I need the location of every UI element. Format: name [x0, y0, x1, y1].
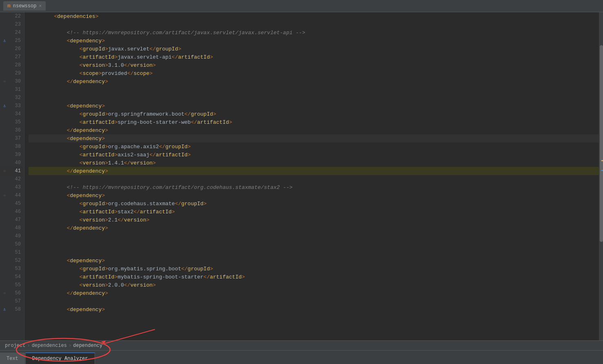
line-number-41: ○41	[0, 167, 24, 175]
line-number-56: ○56	[0, 289, 24, 297]
line-number-38: 38	[0, 143, 24, 151]
line-number-46: 46	[0, 208, 24, 216]
line-number-33: ⚓33	[0, 102, 24, 110]
breadcrumb-dependency[interactable]: dependency	[73, 343, 102, 349]
fold-icon[interactable]: ○	[2, 290, 7, 296]
line-number-25: ⚓25	[0, 37, 24, 45]
line-number-37: 37	[0, 134, 24, 143]
code-line-47: <version>2.1</version>	[29, 216, 599, 224]
line-number-57: 57	[0, 297, 24, 305]
code-line-48: </dependency>	[29, 224, 599, 232]
line-number-39: 39	[0, 151, 24, 159]
line-number-54: 54	[0, 273, 24, 281]
line-number-28: 28	[0, 61, 24, 69]
code-line-58: <dependency>	[29, 305, 599, 314]
scrollbar[interactable]	[599, 12, 603, 340]
code-editor[interactable]: <dependencies> <!-- https://mvnrepositor…	[24, 12, 599, 340]
line-number-27: 27	[0, 53, 24, 61]
line-number-35: 35	[0, 118, 24, 126]
code-line-55: <version>2.0.0</version>	[29, 281, 599, 289]
code-line-44: <dependency>	[29, 191, 599, 200]
fold-icon[interactable]: ○	[2, 193, 7, 198]
line-number-32: 32	[0, 94, 24, 102]
code-line-46: <artifactId>stax2</artifactId>	[29, 208, 599, 216]
title-bar: m nsewssop ×	[0, 0, 603, 12]
tab-dependency-analyzer[interactable]: Dependency Analyzer	[25, 353, 95, 364]
code-line-22: <dependencies>	[29, 12, 599, 20]
code-line-57	[29, 297, 599, 305]
line-number-40: 40	[0, 159, 24, 167]
code-line-25: <dependency>	[29, 37, 599, 45]
code-line-24: <!-- https://mvnrepository.com/artifact/…	[29, 29, 599, 37]
line-number-30: ○30	[0, 77, 24, 86]
tab-text[interactable]: Text	[0, 353, 25, 364]
line-number-47: 47	[0, 216, 24, 224]
line-number-44: ○44	[0, 191, 24, 200]
line-number-23: 23	[0, 20, 24, 29]
code-line-27: <artifactId>javax.servlet-api</artifactI…	[29, 53, 599, 61]
bottom-tabs: Text Dependency Analyzer	[0, 350, 603, 364]
code-line-42	[29, 175, 599, 183]
code-line-29: <scope>provided</scope>	[29, 69, 599, 77]
code-line-53: <groupId>org.mybatis.spring.boot</groupI…	[29, 265, 599, 273]
bookmark-icon: ⚓	[2, 38, 7, 44]
line-number-29: 29	[0, 69, 24, 77]
line-number-22: 22	[0, 12, 24, 20]
code-line-23	[29, 20, 599, 29]
code-line-31	[29, 86, 599, 94]
breadcrumb-sep-2: ›	[68, 343, 71, 349]
line-number-50: 50	[0, 240, 24, 248]
code-line-39: <artifactId>axis2-saaj</artifactId>	[29, 151, 599, 159]
line-number-48: 48	[0, 224, 24, 232]
close-tab-button[interactable]: ×	[39, 4, 42, 9]
code-line-37: <dependency>	[29, 134, 599, 143]
code-line-30: </dependency>	[29, 77, 599, 86]
code-line-56: </dependency>	[29, 289, 599, 297]
line-number-43: 43	[0, 183, 24, 191]
breadcrumb-project[interactable]: project	[5, 343, 25, 349]
code-line-26: <groupId>javax.servlet</groupId>	[29, 45, 599, 53]
fold-icon[interactable]: ○	[2, 79, 7, 84]
line-number-42: 42	[0, 175, 24, 183]
line-number-45: 45	[0, 200, 24, 208]
line-number-34: 34	[0, 110, 24, 118]
code-line-45: <groupId>org.codehaus.staxmate</groupId>	[29, 200, 599, 208]
line-number-26: 26	[0, 45, 24, 53]
code-line-50	[29, 240, 599, 248]
code-line-40: <version>1.4.1</version>	[29, 159, 599, 167]
code-line-36: </dependency>	[29, 126, 599, 134]
code-line-43: <!-- https://mvnrepository.com/artifact/…	[29, 183, 599, 191]
line-number-52: 52	[0, 257, 24, 265]
bookmark-icon: ⚓	[2, 307, 7, 312]
breadcrumb-dependencies[interactable]: dependencies	[32, 343, 67, 349]
scrollbar-thumb[interactable]	[600, 45, 603, 242]
line-number-49: 49	[0, 232, 24, 240]
code-line-51	[29, 248, 599, 257]
editor-area: 222324⚓2526272829○303132⚓333435363738394…	[0, 12, 603, 340]
tab-dependency-analyzer-label: Dependency Analyzer	[32, 356, 88, 362]
code-line-54: <artifactId>mybatis-spring-boot-starter<…	[29, 273, 599, 281]
code-line-52: <dependency>	[29, 257, 599, 265]
line-number-36: 36	[0, 126, 24, 134]
line-number-24: 24	[0, 29, 24, 37]
code-line-32	[29, 94, 599, 102]
code-line-41: </dependency>	[29, 167, 599, 175]
breadcrumb-bar: project › dependencies › dependency	[0, 340, 603, 350]
breadcrumb-sep-1: ›	[27, 343, 30, 349]
code-line-49	[29, 232, 599, 240]
filename: nsewssop	[13, 3, 37, 9]
code-line-33: <dependency>	[29, 102, 599, 110]
line-number-gutter: 222324⚓2526272829○303132⚓333435363738394…	[0, 12, 24, 340]
scrollbar-marker-2	[601, 170, 603, 171]
code-line-34: <groupId>org.springframework.boot</group…	[29, 110, 599, 118]
tab-text-label: Text	[7, 356, 18, 362]
bookmark-icon: ⚓	[2, 103, 7, 109]
file-type-icon: m	[7, 3, 11, 9]
code-line-28: <version>3.1.0</version>	[29, 61, 599, 69]
line-number-58: ⚓58	[0, 305, 24, 314]
line-number-31: 31	[0, 86, 24, 94]
file-tab[interactable]: m nsewssop ×	[3, 1, 46, 11]
scrollbar-marker	[601, 160, 603, 161]
fold-icon[interactable]: ○	[2, 168, 7, 174]
code-line-38: <groupId>org.apache.axis2</groupId>	[29, 143, 599, 151]
